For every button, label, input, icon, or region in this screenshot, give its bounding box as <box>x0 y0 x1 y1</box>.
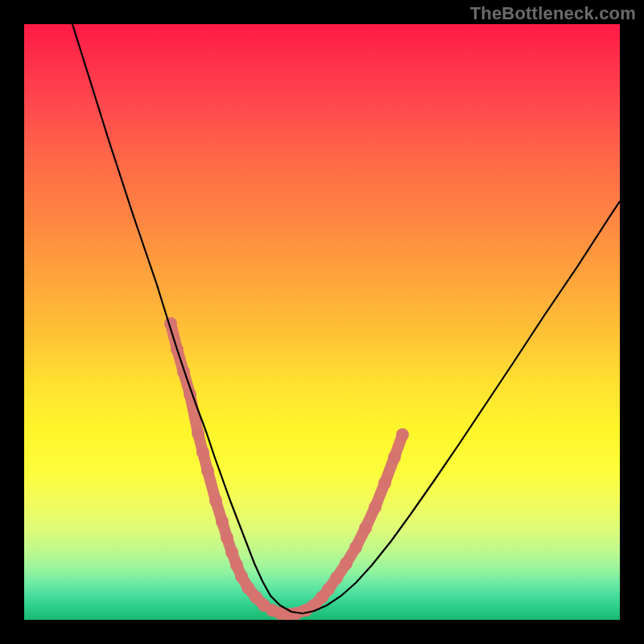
svg-point-26 <box>230 559 243 572</box>
highlight-chain-right <box>266 428 409 620</box>
svg-point-56 <box>349 541 362 554</box>
svg-point-58 <box>369 501 382 514</box>
watermark-text: TheBottleneck.com <box>470 3 636 24</box>
svg-point-23 <box>216 515 229 528</box>
svg-point-21 <box>201 464 214 477</box>
svg-point-57 <box>359 522 372 535</box>
svg-point-53 <box>322 583 335 596</box>
svg-point-60 <box>388 451 401 464</box>
svg-point-27 <box>235 570 248 583</box>
bottleneck-curve <box>72 24 620 613</box>
svg-point-19 <box>192 427 204 440</box>
svg-point-61 <box>396 428 409 441</box>
plot-area <box>24 24 620 620</box>
svg-point-20 <box>196 446 209 459</box>
svg-point-22 <box>209 494 222 507</box>
svg-point-54 <box>330 572 343 584</box>
svg-point-24 <box>221 531 233 544</box>
curve-layer <box>24 24 620 620</box>
svg-point-59 <box>378 477 391 489</box>
svg-point-55 <box>340 557 353 570</box>
svg-point-25 <box>225 546 238 559</box>
chart-frame: TheBottleneck.com <box>0 0 644 644</box>
